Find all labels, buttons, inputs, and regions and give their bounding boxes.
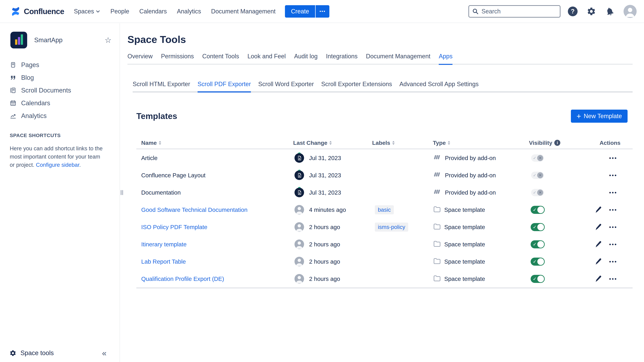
folder-icon [433,274,440,283]
space-tools-footer[interactable]: Space tools « [10,349,106,358]
sort-arrows-icon[interactable] [448,141,450,145]
space-tools-tabs: OverviewPermissionsContent ToolsLook and… [128,53,632,64]
sort-arrows-icon[interactable] [159,141,161,145]
table-row: Good Software Technical Documentation 4 … [136,201,632,218]
label-chip[interactable]: isms-policy [375,223,408,232]
visibility-toggle-on[interactable]: ✓ [531,206,545,214]
sidebar-item-label: Scroll Documents [21,87,71,94]
subtab-scroll-html-exporter[interactable]: Scroll HTML Exporter [133,81,190,88]
top-nav-item-people[interactable]: People [110,8,129,15]
space-logo[interactable] [10,32,27,48]
gear-icon-small [10,350,16,357]
tab-document-management[interactable]: Document Management [366,53,430,60]
configure-sidebar-link[interactable]: Configure sidebar [36,162,79,168]
label-chip[interactable]: basic [375,205,394,214]
sort-arrows-icon[interactable] [330,141,332,145]
edit-icon[interactable] [594,241,602,248]
row-menu-icon[interactable]: ••• [609,189,617,196]
template-name[interactable]: Good Software Technical Documentation [141,206,248,213]
template-name[interactable]: Itinerary template [141,241,186,248]
top-nav-item-document-management[interactable]: Document Management [211,8,276,15]
visibility-toggle-on[interactable]: ✓ [531,223,545,231]
template-name: Article [141,155,158,161]
sidebar-item-analytics[interactable]: Analytics [0,109,120,122]
table-row: ISO Policy PDF Template 2 hours ago [136,218,632,236]
column-header-type[interactable]: Type [433,140,529,146]
create-more-button[interactable]: ••• [316,5,330,17]
subtab-scroll-word-exporter[interactable]: Scroll Word Exporter [258,81,314,88]
row-menu-icon[interactable]: ••• [609,207,617,213]
visibility-toggle-on[interactable]: ✓ [531,240,545,248]
edit-icon[interactable] [594,206,602,214]
table-row: Confluence Page Layout Jul 31, 2023 [136,167,632,184]
table-row: Qualification Profile Export (DE) 2 hour… [136,270,632,287]
sidebar-item-calendars[interactable]: Calendars [0,97,120,109]
last-change-text: Jul 31, 2023 [309,189,341,196]
column-header-name[interactable]: Name [136,140,293,146]
row-menu-icon[interactable]: ••• [609,241,617,247]
top-nav-item-analytics[interactable]: Analytics [177,8,201,15]
template-name[interactable]: Qualification Profile Export (DE) [141,276,224,282]
sidebar: SmartApp ☆ PagesBlogScroll DocumentsCale… [0,23,120,362]
column-header-visibility: Visibilityi [529,140,594,146]
tab-audit-log[interactable]: Audit log [294,53,318,60]
visibility-toggle-on[interactable]: ✓ [531,258,545,266]
user-avatar-icon [294,257,304,266]
bell-icon[interactable] [604,5,616,17]
edit-icon[interactable] [594,275,602,283]
sidebar-item-pages[interactable]: Pages [0,58,120,71]
folder-icon [433,205,440,214]
visibility-toggle-on[interactable]: ✓ [531,275,545,283]
info-icon[interactable]: i [554,140,560,146]
collapse-sidebar-icon[interactable]: « [102,349,106,358]
top-nav-item-label: Calendars [139,8,167,15]
table-row: Lab Report Table 2 hours ago [136,253,632,270]
visibility-toggle-locked: ✓× [531,154,544,162]
row-menu-icon[interactable]: ••• [609,258,617,265]
gear-icon[interactable] [587,7,596,16]
top-nav-item-spaces[interactable]: Spaces [74,8,100,15]
column-header-labels[interactable]: Labels [372,140,433,146]
create-button[interactable]: Create [285,5,315,17]
user-avatar-icon[interactable] [624,5,636,18]
template-name[interactable]: ISO Policy PDF Template [141,224,207,230]
search-input[interactable] [481,8,549,15]
sort-arrows-icon[interactable] [392,141,394,145]
subtab-scroll-exporter-extensions[interactable]: Scroll Exporter Extensions [321,81,392,88]
template-name[interactable]: Lab Report Table [141,258,186,265]
confluence-logo[interactable]: Confluence [10,6,64,16]
edit-icon[interactable] [594,223,602,231]
top-nav-item-label: People [110,8,129,15]
help-icon[interactable]: ? [568,6,578,16]
tab-permissions[interactable]: Permissions [161,53,194,60]
row-menu-icon[interactable]: ••• [609,172,617,178]
tab-content-tools[interactable]: Content Tools [202,53,239,60]
sidebar-item-blog[interactable]: Blog [0,71,120,84]
top-nav: Confluence SpacesPeopleCalendarsAnalytic… [0,0,644,23]
search-icon [472,8,479,15]
analytics-icon [10,112,16,119]
row-menu-icon[interactable]: ••• [609,224,617,230]
top-nav-item-calendars[interactable]: Calendars [139,8,167,15]
subtab-advanced-scroll-app-settings[interactable]: Advanced Scroll App Settings [399,81,478,88]
row-menu-icon[interactable]: ••• [609,276,617,282]
column-header-last-change[interactable]: Last Change [293,140,372,146]
edit-icon[interactable] [594,258,602,266]
create-button-group: Create ••• [285,5,330,17]
space-name: SmartApp [34,36,62,44]
sidebar-item-scroll-documents[interactable]: Scroll Documents [0,84,120,97]
last-change-text: Jul 31, 2023 [309,172,341,179]
table-row: Itinerary template 2 hours ago [136,236,632,253]
row-menu-icon[interactable]: ••• [609,155,617,161]
tab-apps[interactable]: Apps [439,53,452,60]
star-icon[interactable]: ☆ [105,36,112,44]
user-avatar-icon [294,240,304,249]
sidebar-item-label: Blog [21,74,34,81]
tab-look-and-feel[interactable]: Look and Feel [248,53,286,60]
confluence-logo-icon [10,6,21,16]
subtab-scroll-pdf-exporter[interactable]: Scroll PDF Exporter [198,81,251,88]
tab-overview[interactable]: Overview [128,53,152,60]
new-template-button[interactable]: + New Template [571,110,628,123]
tab-integrations[interactable]: Integrations [326,53,358,60]
type-text: Space template [444,258,485,265]
